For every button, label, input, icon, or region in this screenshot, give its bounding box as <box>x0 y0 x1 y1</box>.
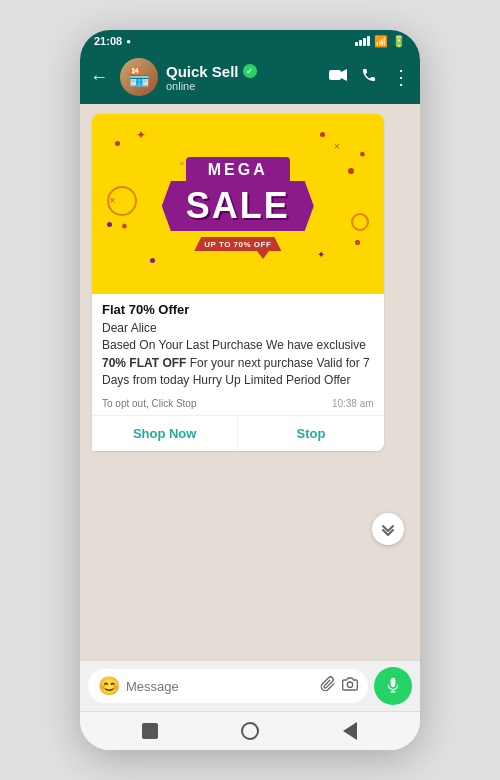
more-menu-icon[interactable]: ⋮ <box>391 67 410 87</box>
phone-frame: 21:08 ● 📶 🔋 ← 🏪 Quick Sell ✓ <box>80 30 420 750</box>
bubble-text-content: Flat 70% Offer Dear Alice Based On Your … <box>92 294 384 394</box>
contact-status: online <box>166 80 321 92</box>
nav-bar <box>80 711 420 750</box>
sale-banner-bg: ✦ ✦ ✸ ✸ × × × × <box>92 114 384 294</box>
signal-icon <box>355 36 370 46</box>
nav-circle-icon[interactable] <box>239 720 261 742</box>
contact-name: Quick Sell ✓ <box>166 63 321 80</box>
mic-button[interactable] <box>374 667 412 705</box>
status-bar: 21:08 ● 📶 🔋 <box>80 30 420 52</box>
message-input-wrap: 😊 <box>88 669 368 703</box>
bubble-title: Flat 70% Offer <box>102 302 374 317</box>
off-badge: UP TO 70% OFF <box>194 237 281 251</box>
avatar: 🏪 <box>120 58 158 96</box>
nav-back-icon[interactable] <box>339 720 361 742</box>
chat-area: ✦ ✦ ✸ ✸ × × × × <box>80 104 420 660</box>
sale-label: SALE <box>186 185 290 226</box>
action-buttons-row: Shop Now Stop <box>92 415 384 451</box>
chat-header: ← 🏪 Quick Sell ✓ online ⋮ <box>80 52 420 104</box>
svg-rect-3 <box>391 678 396 687</box>
message-bubble: ✦ ✦ ✸ ✸ × × × × <box>92 114 384 451</box>
opt-out-text: To opt out, Click Stop <box>102 398 197 409</box>
input-bar: 😊 <box>80 660 420 711</box>
bubble-footer: To opt out, Click Stop 10:38 am <box>92 394 384 415</box>
bubble-body: Dear Alice Based On Your Last Purchase W… <box>102 320 374 390</box>
svg-marker-1 <box>341 69 347 81</box>
avatar-image: 🏪 <box>120 58 158 96</box>
chat-spacer <box>88 457 412 650</box>
phone-call-icon[interactable] <box>361 67 377 87</box>
scroll-down-button[interactable] <box>372 513 404 545</box>
message-input[interactable] <box>126 679 314 694</box>
svg-rect-0 <box>329 70 341 80</box>
contact-info: Quick Sell ✓ online <box>166 63 321 92</box>
mega-label: MEGA <box>186 157 290 181</box>
video-call-icon[interactable] <box>329 68 347 86</box>
shop-now-button[interactable]: Shop Now <box>92 416 237 451</box>
nav-square-icon[interactable] <box>139 720 161 742</box>
sale-ribbon: SALE <box>162 181 314 231</box>
attachment-icon[interactable] <box>320 676 336 696</box>
verified-badge: ✓ <box>243 64 257 78</box>
stop-button[interactable]: Stop <box>237 416 383 451</box>
status-icons: 📶 🔋 <box>355 35 406 48</box>
mega-sale-content: MEGA SALE UP TO 70% OFF <box>162 157 314 251</box>
back-button[interactable]: ← <box>86 65 112 90</box>
header-actions: ⋮ <box>329 67 410 87</box>
emoji-icon[interactable]: 😊 <box>98 675 120 697</box>
back-triangle-icon <box>343 722 357 740</box>
promo-banner: ✦ ✦ ✸ ✸ × × × × <box>92 114 384 294</box>
battery-icon: 🔋 <box>392 35 406 48</box>
message-timestamp: 10:38 am <box>332 398 374 409</box>
camera-icon[interactable] <box>342 676 358 696</box>
square-icon <box>142 723 158 739</box>
status-time: 21:08 <box>94 35 122 47</box>
svg-point-2 <box>347 682 352 687</box>
circle-icon <box>241 722 259 740</box>
wifi-icon: 📶 <box>374 35 388 48</box>
